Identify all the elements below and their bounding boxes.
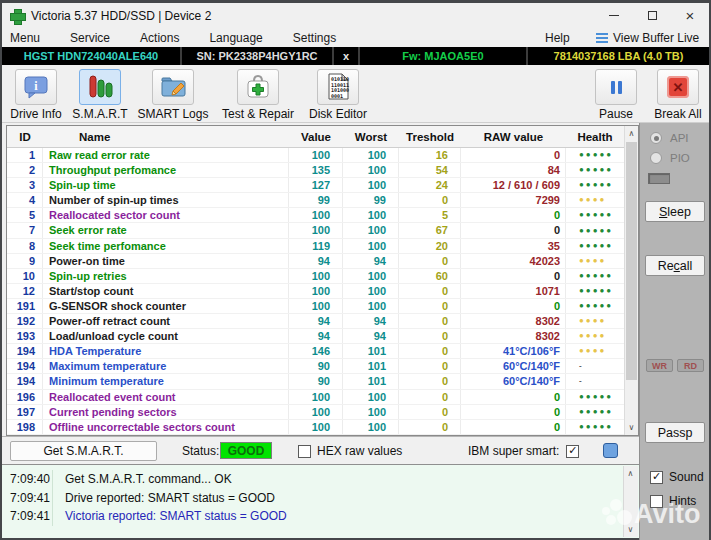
log-entries: 7:09:40Get S.M.A.R.T. command... OK7:09:… [2,470,623,526]
smart-attribute-row[interactable]: 191G-SENSOR shock counter10010000●●●●● [7,299,624,314]
scroll-up-arrow-icon[interactable]: ∧ [625,126,638,141]
api-radio-row[interactable]: API [650,132,689,144]
sleep-button[interactable]: Sleep [645,201,705,222]
attr-worst: 100 [343,163,399,177]
smart-attribute-row[interactable]: 4Number of spin-up times999907299●●●● [7,193,624,208]
passp-button[interactable]: Passp [645,422,705,443]
device-serial[interactable]: SN: PK2338P4HGY1RC [182,47,334,65]
smart-attribute-row[interactable]: 5Reallocated sector count10010050●●●●● [7,208,624,223]
smart-attribute-row[interactable]: 194Minimum temperature90101060°C/140°F- [7,374,624,389]
attr-value: 94 [289,314,343,328]
header-id[interactable]: ID [7,131,43,143]
attr-value: 90 [289,359,343,373]
wr-button[interactable]: WR [646,359,673,372]
smart-attribute-row[interactable]: 194Maximum temperature90101060°C/140°F- [7,359,624,374]
device-model[interactable]: HGST HDN724040ALE640 [2,47,182,65]
smart-button[interactable]: S.M.A.R.T [70,69,130,121]
menu-item-settings[interactable]: Settings [293,31,336,45]
maximize-button[interactable] [633,3,671,28]
header-value[interactable]: Value [289,131,343,143]
attr-treshold: 0 [399,193,461,207]
menu-item-language[interactable]: Language [209,31,262,45]
header-raw-value[interactable]: RAW value [461,131,566,143]
log-scrollbar[interactable]: ∧ ∨ [623,466,638,537]
hints-checkbox[interactable] [650,495,663,508]
smart-attribute-row[interactable]: 12Start/stop count10010001071●●●●● [7,284,624,299]
smart-logs-button[interactable]: SMART Logs [136,69,210,121]
scroll-thumb[interactable] [626,142,637,380]
smart-attribute-row[interactable]: 197Current pending sectors10010000●●●●● [7,405,624,420]
hex-raw-values-row[interactable]: HEX raw values [298,444,402,458]
smart-attribute-row[interactable]: 196Reallocated event count10010000●●●●● [7,390,624,405]
log-scroll-up-icon[interactable]: ∧ [624,466,637,481]
ibm-super-smart-row[interactable]: IBM super smart: [468,444,579,458]
get-smart-button[interactable]: Get S.M.A.R.T. [10,441,157,461]
recall-button[interactable]: Recall [645,255,705,276]
smart-attribute-row[interactable]: 192Power-off retract count949408302●●●● [7,314,624,329]
blue-square-button[interactable] [603,443,618,458]
menu-item-view-buffer-live[interactable]: View Buffer Live [596,28,699,47]
ibm-super-smart-label: IBM super smart: [468,444,559,458]
smart-attribute-row[interactable]: 2Throughput perfomance1351005484●●●●● [7,163,624,178]
smart-attribute-row[interactable]: 10Spin-up retries100100600●●●●● [7,269,624,284]
smart-attribute-row[interactable]: 3Spin-up time1271002412 / 610 / 609●●●●● [7,178,624,193]
attr-name: Power-off retract count [43,314,289,328]
smart-attribute-row[interactable]: 193Load/unload cycle count949408302●●●● [7,329,624,344]
minimize-button[interactable] [595,3,633,28]
attr-worst: 94 [343,329,399,343]
break-all-button[interactable]: ✕ Break All [650,69,706,121]
attr-worst: 100 [343,405,399,419]
log-scroll-down-icon[interactable]: ∨ [624,522,637,537]
attr-value: 135 [289,163,343,177]
smart-attribute-row[interactable]: 1Raw read error rate100100160●●●●● [7,148,624,163]
pause-button[interactable]: Pause [590,69,642,121]
table-scrollbar[interactable]: ∧ ∨ [624,126,638,435]
attr-value: 99 [289,193,343,207]
smart-attribute-row[interactable]: 7Seek error rate100100670●●●●● [7,223,624,238]
attr-worst: 100 [343,178,399,192]
header-treshold[interactable]: Treshold [399,131,461,143]
menu-item-menu[interactable]: Menu [10,31,40,45]
hints-checkbox-row[interactable]: Hints [650,494,696,508]
scroll-down-arrow-icon[interactable]: ∨ [625,420,638,435]
smart-attribute-row[interactable]: 198Offline uncorrectable sectors count10… [7,420,624,435]
attr-health-dash: - [566,359,624,373]
attr-raw-value: 41°C/106°F [461,344,566,358]
attr-health-dots: ●●●● [566,344,624,358]
attr-name: Reallocated event count [43,390,289,404]
pio-radio-row[interactable]: PIO [650,152,690,164]
menu-item-help[interactable]: Help [545,28,570,47]
attr-worst: 101 [343,344,399,358]
header-name[interactable]: Name [43,131,289,143]
device-capacity[interactable]: 7814037168 LBA (4.0 TB) [528,47,709,65]
ibm-super-smart-checkbox[interactable] [566,445,579,458]
sound-checkbox[interactable] [650,471,663,484]
smart-attribute-row[interactable]: 194HDA Temperature146101041°C/106°F●●●● [7,344,624,359]
sound-checkbox-row[interactable]: Sound [650,470,704,484]
header-health[interactable]: Health [566,131,624,143]
attr-id: 2 [7,163,43,177]
menu-item-actions[interactable]: Actions [140,31,179,45]
menu-item-service[interactable]: Service [70,31,110,45]
close-button[interactable]: × [671,3,709,28]
attr-id: 10 [7,269,43,283]
rd-button[interactable]: RD [677,359,704,372]
drive-info-button[interactable]: i Drive Info [8,69,64,121]
attr-value: 94 [289,254,343,268]
attr-raw-value: 1071 [461,284,566,298]
smart-attribute-row[interactable]: 9Power-on time9494042023●●●● [7,254,624,269]
attr-worst: 100 [343,284,399,298]
disk-editor-button[interactable]: 010110 110011 101000 0001 Disk Editor [306,69,370,121]
attr-health-dots: ●●●●● [566,224,624,238]
hex-raw-values-checkbox[interactable] [298,445,311,458]
attr-worst: 94 [343,314,399,328]
test-repair-button[interactable]: Test & Repair [216,69,300,121]
log-entry: 7:09:41Victoria reported: SMART status =… [2,507,623,526]
attr-id: 193 [7,329,43,343]
header-worst[interactable]: Worst [343,131,399,143]
attr-raw-value: 7299 [461,193,566,207]
device-firmware[interactable]: Fw: MJAOA5E0 [360,47,528,65]
smart-attribute-row[interactable]: 8Seek time perfomance1191002035●●●●● [7,239,624,254]
device-x-flag[interactable]: x [334,47,360,65]
pio-radio-icon [650,152,662,164]
